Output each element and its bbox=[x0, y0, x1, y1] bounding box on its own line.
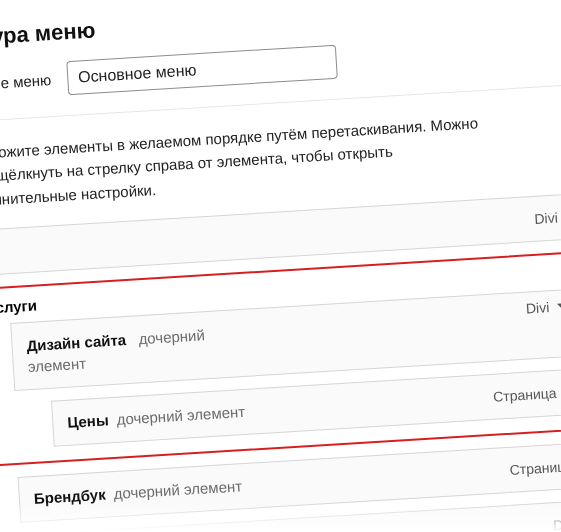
menu-item-title: Цены bbox=[67, 412, 109, 431]
menu-item-type: Divi bbox=[534, 209, 558, 226]
highlighted-group: Услуги Дизайн сайта дочерний элемент Div… bbox=[0, 250, 561, 467]
menu-item-type: Divi bbox=[525, 299, 549, 316]
menu-item-type: Divi bbox=[553, 516, 561, 532]
menu-item-subtitle: дочерний элемент bbox=[113, 478, 243, 503]
menu-structure: Divi Услуги Дизайн сайта дочерний элемен… bbox=[0, 192, 561, 532]
menu-item-title: Брендбук bbox=[33, 486, 106, 507]
menu-item-subtitle: дочерний элемент bbox=[116, 403, 246, 428]
menu-item-title: Дизайн сайта bbox=[26, 331, 127, 354]
chevron-down-icon[interactable] bbox=[557, 303, 561, 311]
menu-item-type: Страница bbox=[509, 458, 561, 478]
menu-item-type: Страница bbox=[493, 385, 557, 405]
menu-name-label: евание меню bbox=[0, 71, 52, 94]
